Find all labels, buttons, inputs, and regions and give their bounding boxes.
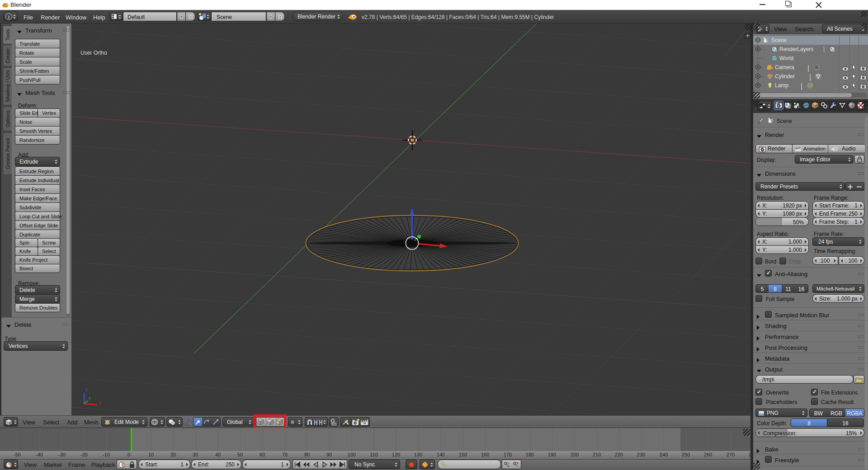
svg-text:y: y: [89, 395, 91, 400]
svg-text:x: x: [99, 400, 101, 405]
svg-text:z: z: [85, 387, 88, 392]
